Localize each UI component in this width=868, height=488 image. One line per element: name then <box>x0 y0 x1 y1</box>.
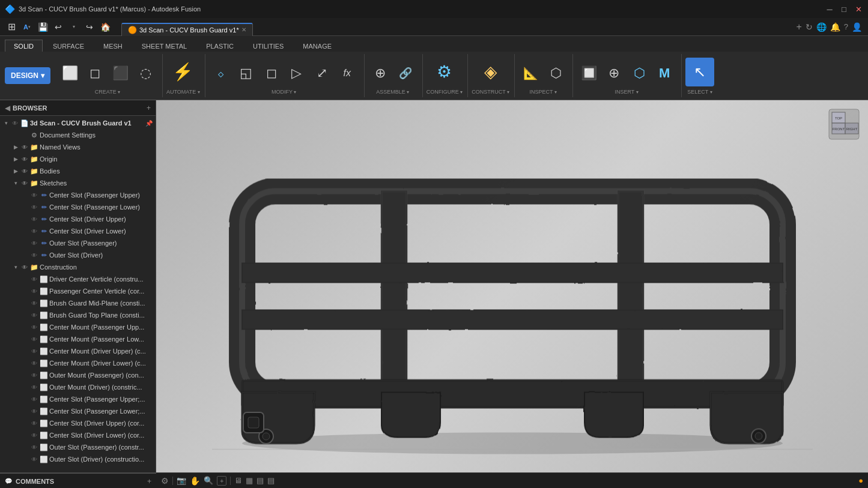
sk3-eye[interactable]: 👁 <box>30 216 38 223</box>
sk4-eye[interactable]: 👁 <box>30 228 38 235</box>
interference-button[interactable]: ⬡ <box>544 58 568 89</box>
joint-button[interactable]: 🔗 <box>393 58 417 89</box>
fillet-button[interactable]: ◱ <box>234 58 258 89</box>
tree-item-c8[interactable]: 👁 ⬜ Center Mount (Driver Lower) (c... <box>0 357 156 369</box>
add-comment-button[interactable]: + <box>147 477 151 486</box>
c1-eye[interactable]: 👁 <box>30 276 38 283</box>
tree-item-c7[interactable]: 👁 ⬜ Center Mount (Driver Upper) (c... <box>0 345 156 357</box>
tree-item-sk6[interactable]: 👁 ✏ Outer Slot (Driver) <box>0 249 156 261</box>
sk6-eye[interactable]: 👁 <box>30 252 38 259</box>
root-eye-icon[interactable]: 👁 <box>11 120 19 127</box>
create-form-button[interactable]: ◻ <box>83 58 107 89</box>
named-views-eye[interactable]: 👁 <box>20 144 29 151</box>
status-pan-icon[interactable]: ✋ <box>190 476 200 486</box>
c5-eye[interactable]: 👁 <box>30 324 38 331</box>
revolve-button[interactable]: ◌ <box>133 58 157 89</box>
insert-svg-button[interactable]: M <box>652 58 676 89</box>
c8-eye[interactable]: 👁 <box>30 360 38 367</box>
tree-item-sk4[interactable]: 👁 ✏ Center Slot (Driver Lower) <box>0 225 156 237</box>
tree-item-c2[interactable]: 👁 ⬜ Passenger Center Verticle (cor... <box>0 285 156 297</box>
measure-button[interactable]: 📐 <box>518 58 542 89</box>
c13-eye[interactable]: 👁 <box>30 420 38 427</box>
c15-eye[interactable]: 👁 <box>30 444 38 451</box>
tree-item-c16[interactable]: 👁 ⬜ Outer Slot (Driver) (constructio... <box>0 453 156 465</box>
collapse-browser-button[interactable]: ◀ <box>5 104 10 112</box>
design-dropdown[interactable]: DESIGN ▾ <box>5 67 50 84</box>
tree-item-sk1[interactable]: 👁 ✏ Center Slot (Passenger Upper) <box>0 189 156 201</box>
doc-tab-close[interactable]: ✕ <box>241 26 246 33</box>
tab-surface[interactable]: SURFACE <box>44 40 93 52</box>
add-tab-button[interactable]: + <box>796 22 801 32</box>
tree-item-sketches[interactable]: ▾ 👁 📁 Sketches <box>0 177 156 189</box>
tree-item-bodies[interactable]: ▶ 👁 📁 Bodies <box>0 165 156 177</box>
select-button[interactable]: ↖ <box>685 58 714 86</box>
sketches-eye[interactable]: 👁 <box>20 180 29 187</box>
construct-button[interactable]: ◈ <box>476 58 505 86</box>
tree-item-c6[interactable]: 👁 ⬜ Center Mount (Passenger Low... <box>0 333 156 345</box>
c9-eye[interactable]: 👁 <box>30 372 38 379</box>
c10-eye[interactable]: 👁 <box>30 384 38 391</box>
sk5-eye[interactable]: 👁 <box>30 240 38 247</box>
undo-button[interactable]: ↩ <box>52 20 65 34</box>
c7-eye[interactable]: 👁 <box>30 348 38 355</box>
tree-item-c4[interactable]: 👁 ⬜ Brush Guard Top Plane (consti... <box>0 309 156 321</box>
press-pull-button[interactable]: ⬦ <box>209 58 233 89</box>
status-camera-icon[interactable]: 📷 <box>177 476 186 485</box>
tree-item-c9[interactable]: 👁 ⬜ Outer Mount (Passenger) (con... <box>0 369 156 381</box>
tree-item-doc-settings[interactable]: ⚙ Document Settings <box>0 129 156 141</box>
status-zoom-icon[interactable]: 🔍 <box>204 476 213 485</box>
doc-tab-active[interactable]: 🟠 3d Scan - CUCV Brush Guard v1* ✕ <box>121 23 253 36</box>
tab-solid[interactable]: SOLID <box>5 40 43 52</box>
c12-eye[interactable]: 👁 <box>30 408 38 415</box>
add-browser-button[interactable]: + <box>147 104 151 112</box>
tab-manage[interactable]: MANAGE <box>294 40 341 52</box>
tree-item-named-views[interactable]: ▶ 👁 📁 Named Views <box>0 141 156 153</box>
shell-button[interactable]: ◻ <box>259 58 284 89</box>
minimize-button[interactable]: ─ <box>825 4 834 14</box>
redo-button[interactable]: ↪ <box>83 20 96 34</box>
tree-item-construction[interactable]: ▾ 👁 📁 Construction <box>0 261 156 273</box>
joint-origin-button[interactable]: ⊕ <box>368 58 392 89</box>
refresh-button[interactable]: ↻ <box>806 22 813 32</box>
canvas-button[interactable]: ⊕ <box>602 58 626 89</box>
tab-mesh[interactable]: MESH <box>94 40 132 52</box>
tree-root[interactable]: ▾ 👁 📄 3d Scan - CUCV Brush Guard v1 📌 <box>0 117 156 129</box>
globe-button[interactable]: 🌐 <box>816 22 827 32</box>
draft-button[interactable]: ▷ <box>285 58 309 89</box>
tree-item-c12[interactable]: 👁 ⬜ Center Slot (Passenger Lower;... <box>0 405 156 417</box>
tab-plastic[interactable]: PLASTIC <box>197 40 243 52</box>
apps-button[interactable]: ⊞ <box>5 20 18 34</box>
maximize-button[interactable]: □ <box>839 4 849 14</box>
tree-item-origin[interactable]: ▶ 👁 📁 Origin <box>0 153 156 165</box>
undo-arrow-button[interactable]: ▾ <box>67 20 80 34</box>
save-button[interactable]: 💾 <box>36 20 49 34</box>
bell-button[interactable]: 🔔 <box>830 22 840 32</box>
profile-button[interactable]: 👤 <box>852 22 862 32</box>
c16-eye[interactable]: 👁 <box>30 456 38 463</box>
tree-item-c1[interactable]: 👁 ⬜ Driver Center Verticle (constru... <box>0 273 156 285</box>
extrude-button[interactable]: ⬛ <box>108 58 132 89</box>
tree-item-c10[interactable]: 👁 ⬜ Outer Mount (Driver) (constric... <box>0 381 156 393</box>
status-view-icon[interactable]: ▤ <box>256 476 264 485</box>
status-more-icon[interactable]: ▤ <box>267 476 275 485</box>
insert-mesh-button[interactable]: ⬡ <box>627 58 651 89</box>
home-button[interactable]: 🏠 <box>99 20 112 34</box>
c3-eye[interactable]: 👁 <box>30 300 38 307</box>
tree-item-sk3[interactable]: 👁 ✏ Center Slot (Driver Upper) <box>0 213 156 225</box>
status-grid-icon[interactable]: ▦ <box>246 476 253 485</box>
fx-button[interactable]: fx <box>335 58 359 89</box>
scale-button[interactable]: ⤢ <box>310 58 334 89</box>
c6-eye[interactable]: 👁 <box>30 336 38 343</box>
origin-eye[interactable]: 👁 <box>20 156 29 163</box>
notification-button[interactable]: ● <box>858 476 863 485</box>
sk1-eye[interactable]: 👁 <box>30 192 38 199</box>
app-menu-button[interactable]: A ▾ <box>20 20 34 34</box>
tree-item-c3[interactable]: 👁 ⬜ Brush Guard Mid-Plane (consti... <box>0 297 156 309</box>
tree-item-c13[interactable]: 👁 ⬜ Center Slot (Driver Upper) (cor... <box>0 417 156 429</box>
tree-item-c15[interactable]: 👁 ⬜ Outer Slot (Passenger) (constr... <box>0 441 156 453</box>
tree-item-c14[interactable]: 👁 ⬜ Center Slot (Driver Lower) (cor... <box>0 429 156 441</box>
help-button[interactable]: ? <box>844 22 848 31</box>
tree-item-c5[interactable]: 👁 ⬜ Center Mount (Passenger Upp... <box>0 321 156 333</box>
viewport[interactable]: TOP FRONT RIGHT <box>156 100 868 472</box>
c14-eye[interactable]: 👁 <box>30 432 38 439</box>
